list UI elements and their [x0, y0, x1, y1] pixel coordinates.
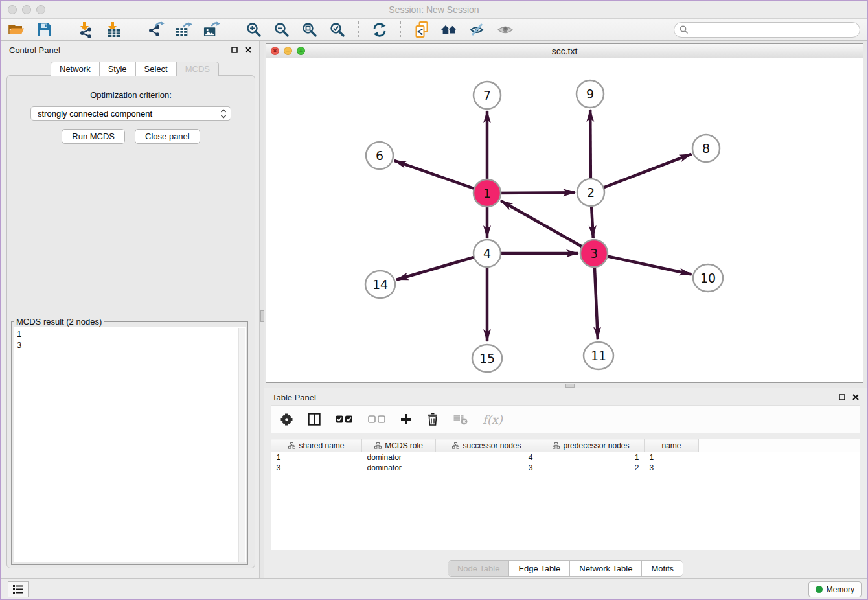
export-network-icon[interactable] — [148, 21, 165, 38]
node-label-15: 15 — [479, 351, 495, 365]
cell-name[interactable]: 3 — [645, 463, 699, 473]
node-label-8: 8 — [702, 141, 710, 156]
zoom-out-icon[interactable] — [273, 21, 290, 38]
node-label-7: 7 — [483, 88, 491, 102]
toolbar-separator — [135, 21, 135, 38]
cell-successor-nodes[interactable]: 4 — [436, 452, 538, 463]
column-header-mcds-role[interactable]: MCDS role — [362, 439, 436, 452]
import-table-icon[interactable] — [106, 21, 122, 38]
zoom-fit-icon[interactable] — [301, 21, 318, 38]
cell-name[interactable]: 1 — [645, 452, 699, 463]
memory-button[interactable]: Memory — [808, 581, 862, 597]
cell-successor-nodes[interactable]: 3 — [436, 463, 538, 473]
tab-node-table[interactable]: Node Table — [448, 561, 510, 576]
column-header-predecessor-nodes[interactable]: predecessor nodes — [538, 439, 645, 452]
column-label: successor nodes — [463, 441, 521, 450]
cell-shared-name[interactable]: 3 — [271, 463, 362, 473]
float-panel-icon[interactable] — [838, 393, 847, 402]
cell-shared-name[interactable]: 1 — [271, 452, 362, 463]
column-layout-icon[interactable] — [308, 413, 321, 426]
delete-table-icon[interactable] — [453, 414, 468, 425]
export-table-icon[interactable] — [176, 21, 192, 38]
edge-2-8[interactable] — [591, 154, 692, 192]
mcds-result-group: MCDS result (2 nodes) 1 3 — [11, 317, 248, 565]
close-panel-button[interactable]: Close panel — [135, 129, 200, 144]
memory-label: Memory — [827, 585, 854, 594]
close-panel-icon[interactable] — [851, 393, 860, 402]
export-image-icon[interactable] — [203, 21, 220, 38]
tab-edge-table[interactable]: Edge Table — [509, 561, 570, 576]
cell-predecessor-nodes[interactable]: 1 — [538, 452, 645, 463]
workspace-area: × − + scc.txt 79681243141015 — [264, 41, 867, 579]
show-all-icon[interactable] — [497, 21, 514, 38]
tab-style[interactable]: Style — [99, 62, 136, 76]
memory-status-icon — [816, 586, 823, 593]
network-view-window: × − + scc.txt 79681243141015 — [266, 43, 863, 383]
edge-3-1[interactable] — [501, 201, 594, 253]
deselect-all-columns-icon[interactable] — [368, 415, 385, 423]
main-region: Control Panel NetworkStyleSelectMCDS Opt… — [1, 41, 867, 579]
run-mcds-button[interactable]: Run MCDS — [62, 129, 125, 144]
table-toolbar: f(x) — [271, 405, 860, 433]
mcds-tab-content: Optimization criterion: strongly connect… — [6, 75, 255, 568]
settings-gear-icon[interactable] — [280, 413, 293, 426]
zoom-in-icon[interactable] — [246, 21, 262, 38]
node-label-10: 10 — [700, 271, 716, 285]
delete-column-icon[interactable] — [427, 413, 439, 426]
search-box[interactable] — [674, 22, 860, 38]
toolbar-separator — [358, 21, 359, 38]
node-table: shared nameMCDS rolesuccessor nodesprede… — [271, 439, 860, 550]
table-row[interactable]: 1dominator411 — [271, 452, 861, 463]
column-header-successor-nodes[interactable]: successor nodes — [436, 439, 538, 452]
main-toolbar — [1, 19, 867, 41]
function-builder-icon[interactable]: f(x) — [483, 413, 503, 426]
refresh-view-icon[interactable] — [371, 21, 388, 38]
horizontal-splitter[interactable] — [264, 383, 867, 388]
node-label-4: 4 — [483, 246, 491, 260]
network-canvas[interactable]: 7968124314101511 — [266, 58, 863, 382]
tab-network[interactable]: Network — [51, 62, 100, 76]
mcds-result-text[interactable]: 1 3 — [14, 327, 238, 562]
add-column-icon[interactable] — [400, 413, 412, 425]
tab-mcds[interactable]: MCDS — [176, 62, 219, 76]
node-label-6: 6 — [376, 148, 383, 163]
tab-motifs[interactable]: Motifs — [642, 561, 683, 576]
result-scrollbar[interactable] — [238, 328, 245, 562]
toolbar-separator — [233, 21, 233, 38]
tab-network-table[interactable]: Network Table — [570, 561, 642, 576]
column-label: name — [661, 441, 681, 450]
hierarchy-icon — [374, 442, 382, 449]
save-session-icon[interactable] — [36, 21, 52, 38]
tab-select[interactable]: Select — [135, 62, 177, 76]
vertical-splitter[interactable] — [259, 41, 264, 579]
close-panel-icon[interactable] — [244, 45, 253, 54]
import-network-icon[interactable] — [78, 21, 95, 38]
float-panel-icon[interactable] — [230, 45, 239, 54]
network-window-titlebar[interactable]: × − + scc.txt — [266, 44, 863, 59]
search-input[interactable] — [691, 24, 854, 35]
zoom-selected-icon[interactable] — [329, 21, 346, 38]
cell-predecessor-nodes[interactable]: 2 — [538, 463, 645, 473]
node-label-2: 2 — [587, 185, 595, 200]
table-header-row: shared nameMCDS rolesuccessor nodesprede… — [271, 439, 861, 452]
hide-selected-icon[interactable] — [469, 21, 486, 38]
network-window-title: scc.txt — [266, 46, 863, 56]
control-panel: Control Panel NetworkStyleSelectMCDS Opt… — [1, 41, 259, 579]
splitter-handle[interactable] — [565, 384, 575, 388]
app-window: Session: New Session — [0, 0, 868, 600]
edge-3-10[interactable] — [594, 253, 692, 275]
open-session-icon[interactable] — [8, 21, 25, 38]
task-history-button[interactable] — [8, 581, 29, 597]
optimization-criterion-select[interactable]: strongly connected component — [30, 106, 231, 121]
column-header-shared-name[interactable]: shared name — [271, 439, 362, 452]
select-all-columns-icon[interactable] — [336, 415, 353, 423]
edge-1-6[interactable] — [394, 161, 487, 193]
cell-mcds-role[interactable]: dominator — [362, 463, 436, 473]
table-row[interactable]: 3dominator323 — [271, 463, 861, 473]
hierarchy-icon — [452, 442, 459, 449]
column-header-name[interactable]: name — [645, 439, 699, 452]
copy-network-view-icon[interactable] — [413, 21, 430, 38]
cell-mcds-role[interactable]: dominator — [362, 452, 436, 463]
home-layout-icon[interactable] — [441, 21, 458, 38]
toolbar-separator — [400, 21, 401, 38]
